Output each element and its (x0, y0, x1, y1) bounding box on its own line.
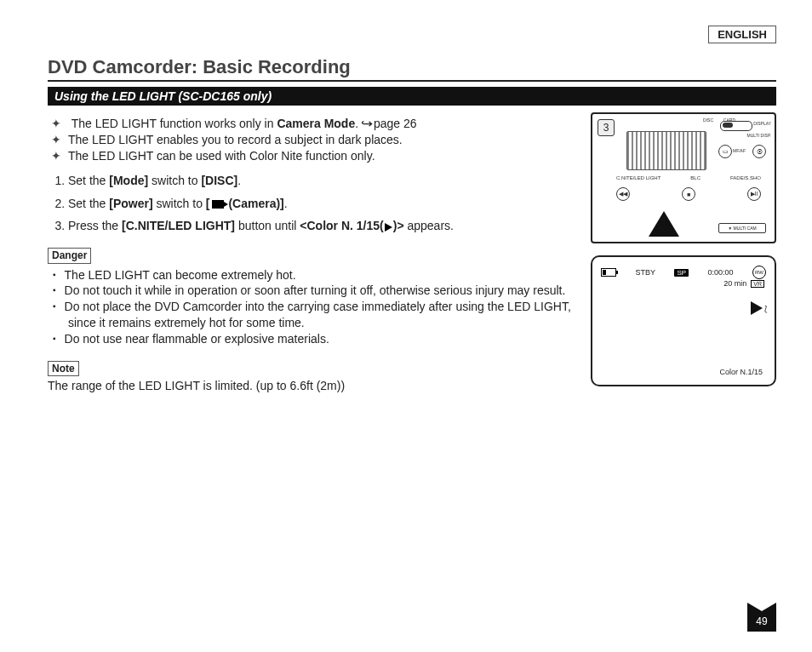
diagram-cnite-button: ◀◀ (616, 187, 630, 201)
diagram-button: ■ (682, 187, 695, 201)
body-text-column: The LED LIGHT function works only in Cam… (48, 112, 591, 394)
screen-sp-label: SP (674, 269, 689, 277)
diagram-label-cnite: C.NITE/LED LIGHT (616, 175, 660, 180)
screen-remain-label: 20 min (723, 279, 746, 288)
screen-led-light-icon (751, 301, 763, 315)
diagram-label-mfaf: MF/AF (733, 148, 746, 153)
disc-rw-icon: RW (752, 266, 766, 279)
screen-color-nite-label: Color N.1/15 (719, 368, 763, 376)
note-text: The range of the LED LIGHT is limited. (… (48, 378, 580, 394)
diagram-speaker-grille (626, 131, 706, 170)
page-number: 49 (747, 611, 776, 632)
camcorder-diagram: 3 DISC CARD DISPLAY MULTI DISP. MF/AF ⦿ … (591, 112, 776, 243)
intro-bullet-list: The LED LIGHT function works only in Cam… (48, 116, 580, 164)
diagram-label-blc: BLC (690, 175, 700, 180)
page-title: DVD Camcorder: Basic Recording (48, 56, 776, 82)
screen-led-light-tail-icon: ⟅ (764, 305, 768, 313)
diagram-step-number: 3 (598, 119, 615, 136)
step-item: Set the [Mode] switch to [DISC]. (68, 173, 580, 189)
diagram-button: ⦿ (752, 145, 766, 158)
steps-list: Set the [Mode] switch to [DISC]. Set the… (48, 173, 580, 235)
diagram-label-multicam: ▼ MULTI CAM (718, 223, 766, 233)
danger-item: Do not use near flammable or explosive m… (68, 331, 580, 347)
intro-bullet: The LED LIGHT can be used with Color Nit… (68, 148, 580, 164)
camera-icon (212, 200, 224, 209)
diagram-label-display: DISPLAY (753, 121, 771, 126)
intro-bullet: The LED LIGHT enables you to record a su… (68, 132, 580, 148)
language-label: ENGLISH (708, 26, 776, 43)
battery-icon (601, 268, 616, 277)
note-tag: Note (48, 361, 79, 376)
screen-vr-label: VR (751, 280, 764, 288)
diagram-pointer-arrow-icon (649, 211, 679, 237)
danger-list: The LED LIGHT can become extremely hot. … (48, 267, 580, 347)
diagram-mode-switch (720, 121, 752, 131)
screen-stby-label: STBY (635, 268, 655, 277)
screen-time-label: 0:00:00 (708, 268, 734, 277)
step-item: Press the [C.NITE/LED LIGHT] button unti… (68, 218, 580, 234)
diagram-button: ▶II (747, 187, 761, 201)
led-light-icon (385, 223, 392, 232)
step-item: Set the [Power] switch to [ (Camera)]. (68, 196, 580, 212)
diagram-button: ▭ (718, 145, 732, 158)
diagram-label-multidisp: MULTI DISP. (747, 133, 771, 138)
danger-item: Do not touch it while in operation or so… (68, 283, 580, 299)
lcd-screen-diagram: STBY SP 0:00:00 RW 20 min VR ⟅ Color N.1… (591, 255, 776, 386)
diagram-label-fade: FADE/S.SHO (730, 175, 761, 180)
page-ref-arrow-icon: ↪ (361, 116, 373, 132)
danger-tag: Danger (48, 248, 91, 263)
intro-bullet: The LED LIGHT function works only in Cam… (68, 116, 580, 132)
diagram-label-disc: DISC (703, 117, 713, 123)
danger-item: The LED LIGHT can become extremely hot. (68, 267, 580, 283)
section-subtitle: Using the LED LIGHT (SC-DC165 only) (48, 87, 776, 106)
danger-item: Do not place the DVD Camcorder into the … (68, 299, 580, 331)
